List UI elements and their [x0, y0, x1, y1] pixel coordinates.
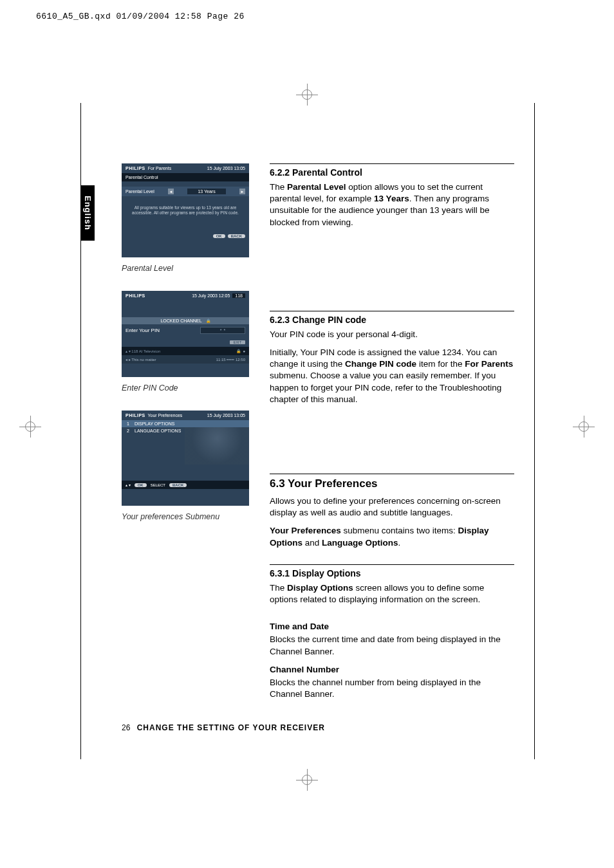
caption-your-preferences: Your preferences Submenu: [122, 512, 249, 521]
updown-icon: [126, 483, 131, 487]
para-time-date: Blocks the current time and date from be…: [270, 634, 514, 657]
shot2-exit-button: EXIT: [230, 340, 245, 344]
heading-6-3-1: 6.3.1 Display Options: [270, 568, 514, 580]
shot2-locked-label: LOCKED CHANNEL: [160, 319, 201, 323]
shot3-back-pill: BACK: [169, 483, 187, 487]
para-6-2-3-a: Your PIN code is your personal 4-digit.: [270, 329, 514, 340]
right-arrow-icon: ►: [239, 189, 245, 194]
shot2-channel-no: 118: [232, 293, 245, 298]
left-column: PHILIPS For Parents 15 July 2003 13:05 P…: [122, 163, 249, 539]
para-6-2-3-b: Initially, Your PIN code is assigned the…: [270, 347, 514, 405]
page-number: 26: [122, 723, 130, 732]
shot3-datetime: 15 July 2003 13:05: [207, 413, 245, 418]
language-tab: English: [80, 185, 95, 241]
trim-line-right: [534, 103, 535, 759]
left-arrow-icon: ◄: [168, 189, 174, 194]
shot2-bot-time: 11:15: [216, 358, 226, 362]
screenshot-your-preferences: PHILIPS Your Preferences 15 July 2003 13…: [122, 411, 249, 506]
shot3-item1: DISPLAY OPTIONS: [135, 421, 174, 426]
lock-icon: [206, 319, 210, 323]
shot1-row-value: 13 Years: [187, 189, 225, 194]
shot2-datetime: 15 July 2003 12:05: [192, 293, 230, 298]
shot2-bot-end: 12:50: [236, 358, 245, 362]
para-channel-number: Blocks the channel number from being dis…: [270, 677, 514, 700]
shot3-item2-no: 2: [126, 429, 131, 433]
subhead-time-date: Time and Date: [270, 621, 514, 633]
print-slug: 6610_A5_GB.qxd 01/09/2004 12:58 Page 26: [36, 12, 245, 21]
registration-mark-right: [573, 416, 595, 438]
shot2-bot-prog: This no matter: [131, 358, 156, 362]
shot1-row-label: Parental Level: [126, 189, 154, 194]
shot2-prompt: Enter Your PIN: [126, 328, 160, 333]
heading-6-3: 6.3 Your Preferences: [270, 477, 514, 492]
lock-icon: [236, 349, 241, 353]
screenshot-parental-level: PHILIPS For Parents 15 July 2003 13:05 P…: [122, 163, 249, 257]
leftright-icon: [126, 358, 131, 362]
shot3-brand-sub: Your Preferences: [148, 413, 183, 418]
shot3-item2: LANGUAGE OPTIONS: [135, 429, 181, 433]
para-6-3-b: Your Preferences submenu contains two it…: [270, 525, 514, 548]
screenshot-enter-pin: PHILIPS 15 July 2003 12:05118 LOCKED CHA…: [122, 291, 249, 377]
footer-title: CHANGE THE SETTING OF YOUR RECEIVER: [137, 723, 325, 732]
shot3-ok-pill: OK: [135, 483, 147, 487]
para-6-3-a: Allows you to define your preferences co…: [270, 495, 514, 519]
right-column: 6.2.2 Parental Control The Parental Leve…: [270, 163, 514, 706]
updown-icon: [126, 349, 131, 353]
shot1-back-button: BACK: [228, 234, 245, 238]
registration-mark-bottom: [296, 769, 318, 791]
page-area: English PHILIPS For Parents 15 July 2003…: [80, 103, 534, 759]
heading-6-2-2: 6.2.2 Parental Control: [270, 167, 514, 179]
shot3-brand: PHILIPS: [126, 413, 145, 418]
shot1-datetime: 15 July 2003 13:05: [207, 166, 245, 171]
registration-mark-left: [19, 416, 41, 438]
record-icon: [243, 349, 245, 353]
shot2-bot-channel: 118 AI Television: [131, 349, 160, 353]
caption-enter-pin: Enter PIN Code: [122, 383, 249, 392]
shot1-ok-button: OK: [213, 234, 225, 238]
shot1-note: All programs suitable for viewers up to …: [122, 196, 249, 232]
caption-parental-level: Parental Level: [122, 264, 249, 273]
para-6-3-1: The Display Options screen allows you to…: [270, 582, 514, 605]
shot1-brand-sub: For Parents: [148, 166, 172, 171]
registration-mark-top: [296, 84, 318, 106]
page-footer: 26 CHANGE THE SETTING OF YOUR RECEIVER: [122, 723, 325, 732]
heading-6-2-3: 6.2.3 Change PIN code: [270, 314, 514, 326]
subhead-channel-number: Channel Number: [270, 664, 514, 676]
shot3-select: SELECT: [151, 483, 165, 487]
shot1-menu-title: Parental Control: [122, 173, 249, 181]
shot2-brand: PHILIPS: [126, 293, 145, 298]
para-6-2-2: The Parental Level option allows you to …: [270, 181, 514, 228]
shot1-brand: PHILIPS: [126, 166, 145, 171]
shot2-pin-field: **: [200, 327, 245, 334]
shot3-item1-no: 1: [126, 421, 131, 426]
